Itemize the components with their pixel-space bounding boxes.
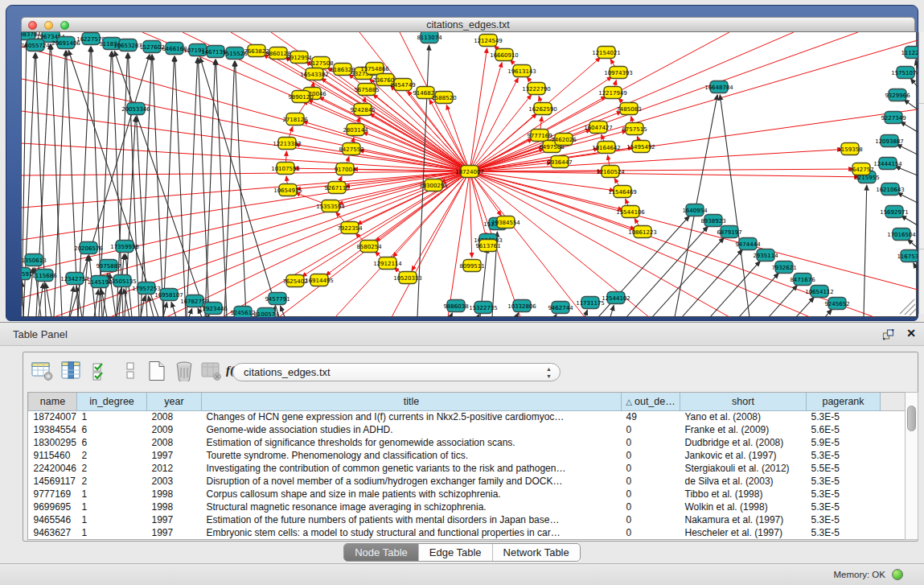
graph-node[interactable]: 8938923	[700, 215, 725, 227]
graph-edge[interactable]	[141, 55, 152, 317]
graph-node[interactable]: 8099511	[459, 260, 484, 272]
graph-node[interactable]: 10974393	[604, 67, 633, 79]
table-cell[interactable]: Corpus callosum shape and size in male p…	[202, 488, 622, 501]
graph-node[interactable]: 9242845	[350, 104, 375, 116]
graph-node[interactable]: 12124549	[474, 35, 503, 47]
graph-edge[interactable]	[373, 94, 470, 171]
graph-edge[interactable]	[400, 32, 470, 171]
table-cell[interactable]: 5.3E-5	[807, 475, 881, 488]
table-cell[interactable]: 5.3E-5	[807, 513, 881, 526]
graph-node[interactable]: 1159358	[837, 143, 862, 155]
new-document-icon[interactable]	[146, 360, 168, 381]
graph-node[interactable]: 9474444	[735, 238, 761, 250]
table-scrollbar-thumb[interactable]	[907, 406, 916, 431]
graph-edge[interactable]	[450, 313, 453, 317]
graph-edge[interactable]	[448, 171, 470, 317]
graph-node[interactable]: 16914495	[305, 274, 334, 286]
graph-node[interactable]: 10107553	[271, 163, 300, 175]
graph-node[interactable]: 7485083	[616, 103, 641, 115]
graph-node[interactable]: 8471676	[790, 274, 815, 286]
column-header-name[interactable]: name	[29, 393, 77, 410]
graph-node[interactable]: 15495492	[626, 141, 655, 153]
graph-node[interactable]: 9457791	[265, 293, 290, 305]
graph-edge[interactable]	[470, 32, 858, 171]
graph-edge[interactable]	[175, 56, 186, 317]
table-cell[interactable]: Jankovic et al. (1997)	[680, 449, 807, 462]
table-cell[interactable]: 0	[622, 526, 680, 539]
table-cell[interactable]: 2012	[147, 462, 202, 475]
graph-node[interactable]: 10520333	[393, 272, 422, 284]
graph-node[interactable]: 391591	[22, 268, 32, 280]
graph-edge[interactable]	[22, 171, 470, 175]
graph-node[interactable]: 11731175	[576, 297, 605, 309]
graph-edge[interactable]	[478, 315, 479, 317]
graph-node[interactable]: 2718126	[282, 113, 308, 126]
graph-node[interactable]: 9886038	[443, 300, 468, 312]
graph-node[interactable]: 8580254	[356, 241, 382, 253]
graph-node[interactable]: 2803144	[343, 124, 368, 136]
table-cell[interactable]: Changes of HCN gene expression and I(f) …	[202, 410, 622, 423]
graph-node[interactable]: 8100574	[253, 308, 279, 318]
table-cell[interactable]: 19384554	[29, 423, 77, 436]
graph-node[interactable]: 12342757	[60, 273, 89, 285]
column-header-in_degree[interactable]: in_degree	[77, 393, 147, 410]
graph-node[interactable]: 7625402	[282, 275, 307, 287]
table-cell[interactable]: Tourette syndrome. Phenomenology and cla…	[202, 449, 622, 462]
float-panel-icon[interactable]	[882, 328, 895, 341]
graph-node[interactable]: 16210643	[876, 183, 905, 196]
graph-node[interactable]: 17359938	[110, 241, 139, 253]
graph-node[interactable]: 1640954	[682, 204, 708, 216]
graph-node[interactable]: 15751074	[891, 67, 918, 79]
graph-edge[interactable]	[392, 171, 470, 317]
graph-edge[interactable]	[897, 144, 918, 154]
graph-node[interactable]: 12213383	[273, 138, 302, 150]
table-cell[interactable]: 5.3E-5	[807, 526, 881, 539]
table-cell[interactable]: 2008	[147, 410, 202, 423]
graph-node[interactable]: 16047427	[584, 122, 613, 134]
table-cell[interactable]: Tibbo et al. (1998)	[680, 488, 807, 501]
graph-node[interactable]: 1642757	[848, 163, 873, 175]
table-row[interactable]: 977716911998Corpus callosum shape and si…	[29, 488, 906, 501]
column-visibility-icon[interactable]	[60, 360, 83, 381]
table-row[interactable]: 911546021997Tourette syndrome. Phenomeno…	[29, 449, 906, 462]
graph-node[interactable]: 12160524	[596, 166, 625, 178]
graph-edge[interactable]	[207, 315, 209, 317]
graph-node[interactable]: 10332806	[507, 300, 536, 312]
graph-edge[interactable]	[910, 79, 918, 87]
table-settings-icon[interactable]	[31, 360, 54, 381]
graph-edge[interactable]	[200, 58, 279, 317]
graph-edge[interactable]	[720, 95, 749, 317]
graph-node[interactable]: 917004	[335, 163, 356, 175]
graph-node[interactable]: 12093887	[875, 135, 904, 147]
table-cell[interactable]: 5.3E-5	[807, 501, 881, 513]
delete-trash-icon[interactable]	[173, 360, 195, 381]
graph-edge[interactable]	[739, 273, 778, 317]
table-cell[interactable]: Dudbridge et al. (2008)	[680, 436, 807, 449]
column-header-short[interactable]: short	[680, 393, 807, 410]
table-row[interactable]: 946362711997Embryonic stem cells: a mode…	[29, 526, 906, 539]
graph-node[interactable]: 17016504	[887, 229, 916, 241]
table-cell[interactable]: 18300295	[29, 436, 77, 449]
graph-node[interactable]: 9227349	[881, 112, 906, 124]
graph-node[interactable]: 15544106	[616, 206, 645, 218]
graph-edge[interactable]	[319, 97, 470, 171]
tab-network-table[interactable]: Network Table	[492, 544, 580, 561]
table-cell[interactable]: Embryonic stem cells: a model to study s…	[202, 526, 622, 539]
graph-node[interactable]: 1527602	[139, 41, 164, 53]
graph-edge[interactable]	[216, 60, 227, 317]
table-cell[interactable]: 1997	[147, 526, 202, 539]
table-cell[interactable]: 2	[77, 475, 147, 488]
graph-node[interactable]: 9267110	[324, 182, 349, 194]
table-cell[interactable]: 9463627	[29, 526, 77, 539]
graph-edge[interactable]	[163, 56, 175, 317]
table-cell[interactable]: Stergiakouli et al. (2012)	[680, 462, 807, 475]
table-cell[interactable]: 14569117	[29, 475, 77, 488]
graph-node[interactable]: 8113074	[417, 32, 442, 43]
graph-node[interactable]: 7462026	[551, 134, 577, 146]
table-cell[interactable]: 9465546	[29, 513, 77, 526]
graph-node[interactable]: 2935114	[753, 249, 778, 262]
table-cell[interactable]: 0	[622, 423, 680, 436]
graph-node[interactable]: 1588520	[431, 92, 456, 104]
graph-node[interactable]: 7932621	[771, 262, 796, 274]
table-row[interactable]: 969969511998Structural magnetic resonanc…	[29, 501, 906, 513]
